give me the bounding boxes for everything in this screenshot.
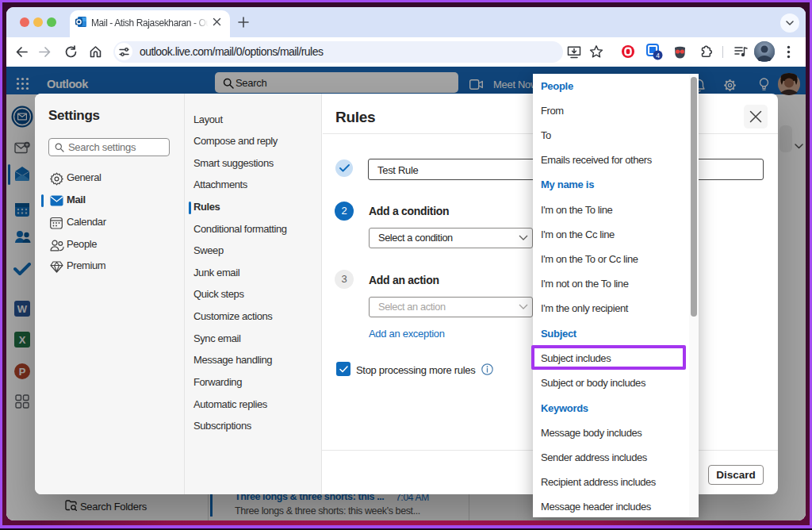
svg-text:4: 4 [656,52,660,60]
